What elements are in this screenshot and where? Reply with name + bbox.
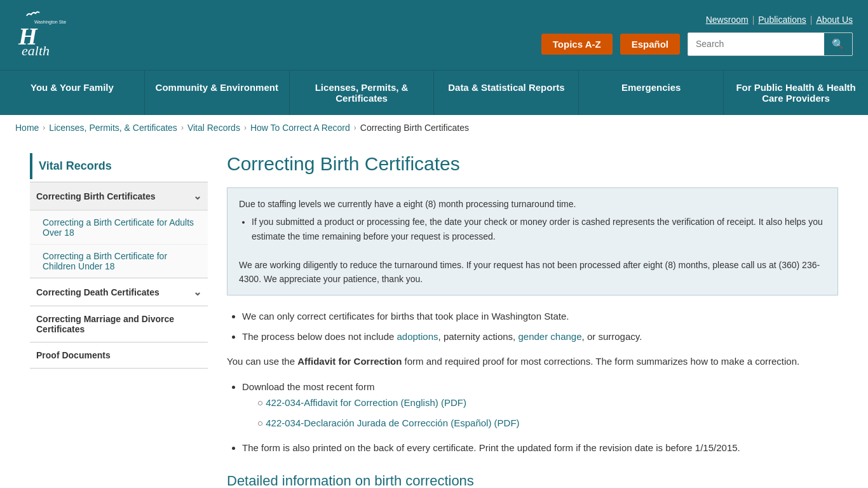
svg-text:ealth: ealth bbox=[22, 43, 50, 58]
sidebar: Vital Records Correcting Birth Certifica… bbox=[30, 153, 208, 488]
nav-item-public-health[interactable]: For Public Health & Health Care Provider… bbox=[724, 71, 868, 115]
top-actions: Topics A-Z Español 🔍 bbox=[541, 32, 853, 56]
sidebar-birth-header[interactable]: Correcting Birth Certificates ⌄ bbox=[30, 182, 208, 210]
main-nav: You & Your Family Community & Environmen… bbox=[0, 70, 868, 115]
about-us-link[interactable]: About Us bbox=[816, 15, 853, 25]
main-bullets: We can only correct certificates for bir… bbox=[242, 308, 838, 344]
download-link-english: 422-034-Affidavit for Correction (Englis… bbox=[257, 395, 838, 411]
breadcrumb: Home › Licenses, Permits, & Certificates… bbox=[0, 115, 868, 140]
sidebar-marriage-label: Correcting Marriage and Divorce Certific… bbox=[36, 314, 201, 334]
affidavit-paragraph: You can use the Affidavit for Correction… bbox=[227, 353, 838, 370]
print-note-item: The form is also printed on the back of … bbox=[242, 440, 838, 456]
svg-text:Washington State Department of: Washington State Department of bbox=[34, 20, 66, 25]
nav-item-you-family[interactable]: You & Your Family bbox=[0, 71, 145, 115]
breadcrumb-chevron-2: › bbox=[181, 123, 184, 132]
nav-item-community[interactable]: Community & Environment bbox=[145, 71, 290, 115]
sidebar-death-chevron: ⌄ bbox=[193, 286, 201, 298]
bullet-births-wa: We can only correct certificates for bir… bbox=[242, 308, 838, 325]
adoptions-link[interactable]: adoptions bbox=[397, 331, 438, 342]
publications-link[interactable]: Publications bbox=[758, 15, 806, 25]
breadcrumb-correct-record[interactable]: How To Correct A Record bbox=[250, 123, 350, 133]
main-content: Correcting Birth Certificates Due to sta… bbox=[227, 140, 838, 488]
main-layout: Vital Records Correcting Birth Certifica… bbox=[15, 140, 853, 488]
breadcrumb-home[interactable]: Home bbox=[15, 123, 39, 133]
download-english-link[interactable]: 422-034-Affidavit for Correction (Englis… bbox=[266, 397, 466, 408]
affidavit-prefix: You can use the bbox=[227, 356, 297, 367]
download-link-spanish: 422-034-Declaración Jurada de Corrección… bbox=[257, 415, 838, 431]
content-body: We can only correct certificates for bir… bbox=[227, 308, 838, 488]
breadcrumb-licenses[interactable]: Licenses, Permits, & Certificates bbox=[49, 123, 177, 133]
download-heading: Download the most recent form bbox=[242, 381, 374, 392]
sidebar-item-marriage[interactable]: Correcting Marriage and Divorce Certific… bbox=[30, 306, 208, 342]
search-button[interactable]: 🔍 bbox=[824, 33, 852, 55]
breadcrumb-chevron-1: › bbox=[43, 123, 45, 132]
nav-item-emergencies[interactable]: Emergencies bbox=[579, 71, 724, 115]
gender-change-link[interactable]: gender change bbox=[518, 331, 581, 342]
bullet-process: The process below does not include adopt… bbox=[242, 329, 838, 345]
affidavit-suffix: form and required proof for most correct… bbox=[402, 356, 799, 367]
sidebar-birth-label: Correcting Birth Certificates bbox=[36, 191, 155, 201]
nav-item-data[interactable]: Data & Statistical Reports bbox=[434, 71, 579, 115]
sidebar-section-title: Vital Records bbox=[30, 153, 208, 179]
breadcrumb-chevron-3: › bbox=[244, 123, 247, 132]
download-spanish-link[interactable]: 422-034-Declaración Jurada de Corrección… bbox=[266, 417, 519, 428]
sidebar-sub-item-adults[interactable]: Correcting a Birth Certificate for Adult… bbox=[30, 210, 208, 244]
topics-az-button[interactable]: Topics A-Z bbox=[541, 34, 613, 55]
download-heading-item: Download the most recent form 422-034-Af… bbox=[242, 379, 838, 431]
breadcrumb-vital-records[interactable]: Vital Records bbox=[187, 123, 240, 133]
sidebar-death-header[interactable]: Correcting Death Certificates ⌄ bbox=[30, 278, 208, 306]
notice-box: Due to staffing levels we currently have… bbox=[227, 187, 838, 295]
nav-item-licenses[interactable]: Licenses, Permits, & Certificates bbox=[290, 71, 435, 115]
notice-main-text: Due to staffing levels we currently have… bbox=[239, 199, 576, 209]
sidebar-proof-header[interactable]: Proof Documents bbox=[30, 342, 208, 368]
sidebar-item-proof[interactable]: Proof Documents bbox=[30, 342, 208, 369]
notice-bullet: If you submitted a product or processing… bbox=[252, 215, 826, 243]
search-input[interactable] bbox=[688, 34, 824, 54]
sidebar-sub-item-children[interactable]: Correcting a Birth Certificate for Child… bbox=[30, 244, 208, 278]
sidebar-proof-label: Proof Documents bbox=[36, 350, 111, 360]
sep1: | bbox=[752, 15, 755, 25]
download-links-list: 422-034-Affidavit for Correction (Englis… bbox=[257, 395, 838, 431]
sidebar-marriage-header[interactable]: Correcting Marriage and Divorce Certific… bbox=[30, 306, 208, 342]
top-right: Newsroom | Publications | About Us Topic… bbox=[541, 15, 853, 56]
top-links: Newsroom | Publications | About Us bbox=[706, 15, 853, 25]
section-subtitle: Detailed information on birth correction… bbox=[227, 469, 838, 488]
page-title: Correcting Birth Certificates bbox=[227, 153, 838, 175]
sidebar-death-label: Correcting Death Certificates bbox=[36, 287, 159, 297]
sidebar-item-death[interactable]: Correcting Death Certificates ⌄ bbox=[30, 278, 208, 306]
sidebar-item-birth[interactable]: Correcting Birth Certificates ⌄ Correcti… bbox=[30, 182, 208, 278]
search-box: 🔍 bbox=[688, 32, 853, 56]
sep2: | bbox=[810, 15, 813, 25]
affidavit-bold: Affidavit for Correction bbox=[297, 356, 402, 367]
breadcrumb-chevron-4: › bbox=[354, 123, 356, 132]
notice-second-text: We are working diligently to reduce the … bbox=[239, 260, 820, 284]
download-list-outer: Download the most recent form 422-034-Af… bbox=[242, 379, 838, 456]
espanol-button[interactable]: Español bbox=[620, 34, 680, 55]
newsroom-link[interactable]: Newsroom bbox=[706, 15, 749, 25]
breadcrumb-current: Correcting Birth Certificates bbox=[360, 123, 469, 133]
sidebar-birth-chevron: ⌄ bbox=[193, 190, 201, 202]
sidebar-birth-subitems: Correcting a Birth Certificate for Adult… bbox=[30, 210, 208, 278]
logo-area: H Washington State Department of ealth bbox=[15, 10, 66, 60]
